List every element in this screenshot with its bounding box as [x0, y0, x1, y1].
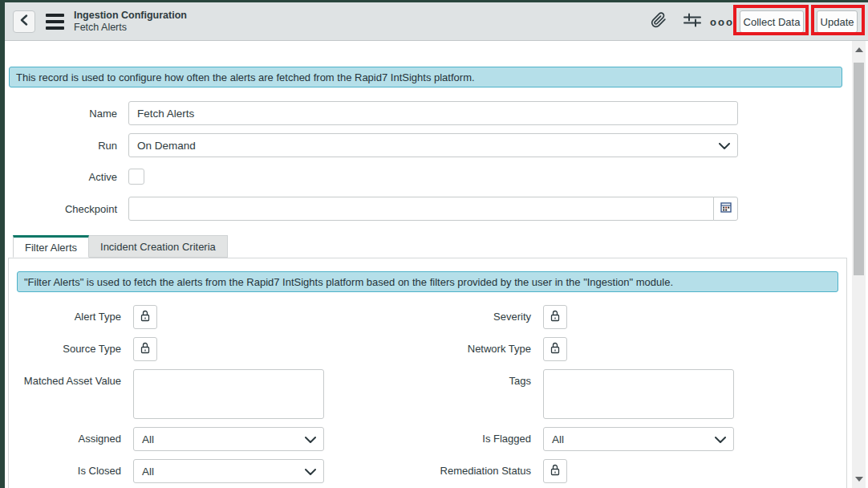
scroll-down-icon[interactable] — [855, 477, 863, 482]
is-closed-select[interactable]: All — [133, 459, 324, 483]
more-options-button[interactable]: ooo — [710, 2, 734, 41]
is-flagged-select-value: All — [552, 433, 564, 445]
chevron-left-icon — [19, 14, 29, 29]
tab-bar: Filter Alerts Incident Creation Criteria — [13, 235, 868, 258]
form-header: Ingestion Configuration Fetch Alerts ooo… — [5, 2, 868, 41]
tab-filter-alerts[interactable]: Filter Alerts — [13, 235, 89, 258]
collect-data-button[interactable]: Collect Data — [740, 10, 804, 33]
active-checkbox[interactable] — [128, 169, 144, 185]
remediation-status-lock-button[interactable] — [543, 459, 567, 483]
chevron-down-icon — [719, 143, 730, 149]
chevron-down-icon — [305, 469, 316, 475]
filter-alerts-panel: "Filter Alerts" is used to fetch the ale… — [8, 258, 847, 488]
checkpoint-label: Checkpoint — [5, 203, 117, 215]
lock-icon — [549, 309, 562, 325]
alert-type-label: Alert Type — [17, 305, 121, 329]
is-flagged-label: Is Flagged — [336, 427, 531, 451]
record-info-banner: This record is used to configure how oft… — [9, 67, 842, 87]
sliders-icon — [683, 12, 701, 31]
attachment-button[interactable] — [651, 2, 667, 41]
alert-type-lock-button[interactable] — [133, 305, 157, 329]
tab-incident-creation-criteria[interactable]: Incident Creation Criteria — [89, 235, 228, 258]
lock-icon — [549, 341, 562, 357]
is-closed-label: Is Closed — [17, 459, 121, 483]
tags-label: Tags — [336, 369, 531, 393]
source-type-label: Source Type — [17, 337, 121, 361]
lock-icon — [139, 309, 152, 325]
vertical-scrollbar[interactable] — [852, 41, 866, 488]
paperclip-icon — [651, 12, 667, 31]
severity-label: Severity — [336, 305, 531, 329]
form-body: This record is used to configure how oft… — [5, 67, 868, 488]
tags-textarea[interactable] — [543, 369, 734, 419]
lock-icon — [549, 463, 562, 479]
more-options-icon: ooo — [710, 16, 734, 28]
chevron-down-icon — [305, 437, 316, 443]
filter-info-banner: "Filter Alerts" is used to fetch the ale… — [17, 271, 838, 292]
run-select-value: On Demand — [137, 140, 196, 152]
severity-lock-button[interactable] — [543, 305, 567, 329]
page-title-block: Ingestion Configuration Fetch Alerts — [74, 10, 187, 34]
matched-asset-value-textarea[interactable] — [133, 369, 324, 419]
assigned-label: Assigned — [17, 427, 121, 451]
remediation-status-label: Remediation Status — [336, 459, 531, 483]
matched-asset-value-label: Matched Asset Value — [17, 369, 121, 393]
checkpoint-input[interactable] — [128, 197, 714, 221]
name-input[interactable] — [128, 101, 738, 125]
checkpoint-field-row: Checkpoint — [5, 197, 868, 221]
assigned-select-value: All — [142, 433, 154, 445]
chevron-down-icon — [715, 437, 726, 443]
network-type-lock-button[interactable] — [543, 337, 567, 361]
calendar-icon — [720, 201, 732, 217]
personalize-form-button[interactable] — [683, 2, 701, 41]
run-field-row: Run On Demand — [5, 133, 868, 157]
checkpoint-calendar-button[interactable] — [713, 197, 738, 221]
name-field-row: Name — [5, 101, 868, 125]
run-select[interactable]: On Demand — [128, 133, 738, 157]
is-flagged-select[interactable]: All — [543, 427, 734, 451]
app-window: Ingestion Configuration Fetch Alerts ooo… — [0, 0, 868, 488]
context-menu-icon[interactable] — [46, 14, 64, 30]
lock-icon — [139, 341, 152, 357]
active-field-row: Active — [5, 169, 868, 185]
is-closed-select-value: All — [142, 466, 154, 478]
active-label: Active — [5, 171, 117, 183]
run-label: Run — [5, 140, 117, 152]
filter-fields-grid: Alert Type Severity Source Type Network … — [17, 305, 846, 483]
update-button[interactable]: Update — [817, 10, 858, 33]
scroll-up-icon[interactable] — [855, 47, 863, 52]
page-title: Ingestion Configuration — [74, 10, 187, 22]
back-button[interactable] — [13, 10, 35, 33]
assigned-select[interactable]: All — [133, 427, 324, 451]
source-type-lock-button[interactable] — [133, 337, 157, 361]
network-type-label: Network Type — [336, 337, 531, 361]
page-subtitle: Fetch Alerts — [74, 22, 187, 34]
name-label: Name — [5, 108, 117, 120]
